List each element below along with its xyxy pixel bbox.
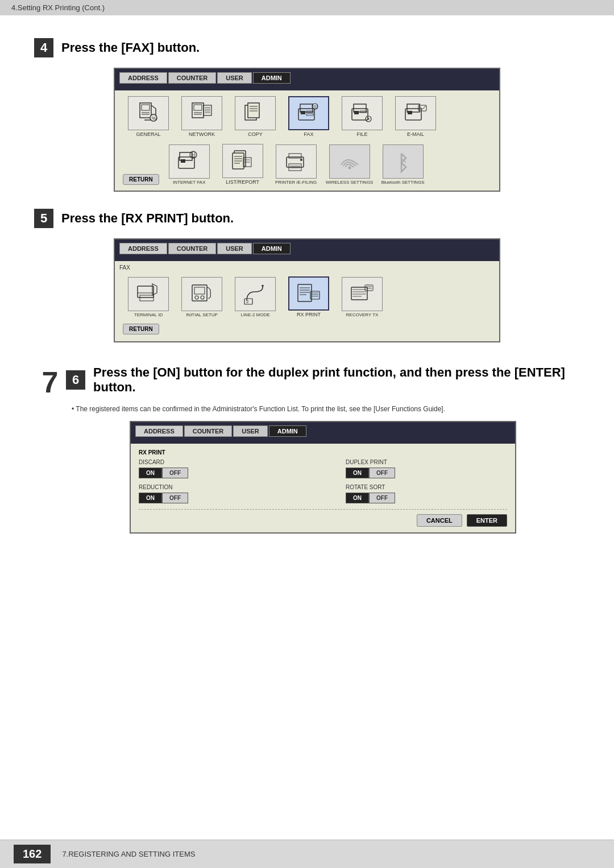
step4-screen: ADDRESS COUNTER USER ADMIN	[114, 68, 500, 192]
svg-rect-1	[142, 105, 150, 110]
duplex-off-button[interactable]: OFF	[369, 468, 395, 478]
svg-point-59	[348, 167, 351, 170]
icon-wireless-label: WIRELESS SETTINGS	[326, 180, 374, 185]
tab-user-5[interactable]: USER	[217, 243, 252, 254]
step6-screen: ADDRESS COUNTER USER ADMIN RX PRINT DISC…	[130, 421, 516, 534]
svg-rect-63	[140, 295, 154, 301]
icon-listrpt[interactable]: LIST/REPORT	[217, 144, 268, 185]
reduction-on-button[interactable]: ON	[139, 493, 162, 503]
icon-printer-label: PRINTER /E-FILING	[275, 180, 317, 185]
step5-screen: ADDRESS COUNTER USER ADMIN FAX	[114, 238, 500, 342]
rx-print-section-title: RX PRINT	[139, 449, 507, 456]
icon-general-label: GENERAL	[136, 131, 160, 137]
discard-group: DISCARD ON OFF	[139, 459, 300, 478]
tab-counter-4[interactable]: COUNTER	[168, 72, 216, 84]
step5-return-row: RETURN	[119, 320, 495, 338]
icon-line2-label: LINE-2 MODE	[240, 312, 269, 317]
step6-body: RX PRINT DISCARD ON OFF DUPLEX PRI	[131, 444, 515, 532]
reduction-off-button[interactable]: OFF	[162, 493, 188, 503]
tab-counter-6[interactable]: COUNTER	[184, 425, 232, 437]
svg-text:2: 2	[246, 299, 249, 304]
svg-point-58	[300, 159, 302, 161]
duplex-btn-group: ON OFF	[346, 468, 507, 478]
icon-terminal-id[interactable]: TERMINAL ID	[123, 277, 174, 317]
footer-text: 7.REGISTERING AND SETTING ITEMS	[62, 850, 195, 858]
return-btn-4[interactable]: RETURN	[123, 173, 159, 185]
cancel-button[interactable]: CANCEL	[417, 514, 462, 527]
return-btn-5[interactable]: RETURN	[123, 324, 159, 334]
icon-network[interactable]: NETWORK	[176, 96, 227, 137]
rotate-sort-group: ROTATE SORT ON OFF	[346, 484, 507, 503]
icon-bluetooth[interactable]: Bluetooth SETTINGS	[377, 144, 429, 185]
icon-initialsetup-label: INITIAL SETUP	[186, 312, 218, 317]
tab-counter-5[interactable]: COUNTER	[168, 243, 216, 254]
rotate-sort-btn-group: ON OFF	[346, 493, 507, 503]
svg-point-67	[201, 296, 204, 299]
tab-address-5[interactable]: ADDRESS	[119, 243, 167, 254]
icon-file[interactable]: FILE	[337, 96, 388, 137]
icon-copy[interactable]: COPY	[230, 96, 281, 137]
svg-rect-10	[204, 105, 211, 115]
tab-admin-5[interactable]: ADMIN	[253, 243, 291, 254]
discard-label: DISCARD	[139, 459, 300, 465]
rotate-sort-on-button[interactable]: ON	[346, 493, 369, 503]
step4-tab-bar: ADDRESS COUNTER USER ADMIN	[115, 69, 499, 90]
icon-bluetooth-label: Bluetooth SETTINGS	[381, 180, 425, 185]
step5-body: FAX TERMINAL ID	[115, 261, 499, 341]
tab-admin-4[interactable]: ADMIN	[253, 72, 291, 84]
icon-terminal-label: TERMINAL ID	[134, 312, 163, 317]
step5-title: Press the [RX PRINT] button.	[61, 211, 234, 226]
icon-recoverytx-label: RECOVERY TX	[346, 312, 379, 317]
svg-rect-85	[365, 285, 373, 291]
icon-initial-setup[interactable]: INITIAL SETUP	[176, 277, 227, 317]
icon-rxprint-label: RX PRINT	[297, 312, 321, 317]
enter-button[interactable]: ENTER	[467, 514, 507, 527]
icon-fax[interactable]: ))) FAX	[283, 96, 334, 137]
top-header-text: 4.Setting RX Printing (Cont.)	[11, 3, 105, 12]
icon-email[interactable]: E-MAIL	[390, 96, 441, 137]
step5-header: 5 Press the [RX PRINT] button.	[34, 209, 580, 228]
step4-title: Press the [FAX] button.	[61, 40, 200, 55]
step6-title: Press the [ON] button for the duplex pri…	[93, 365, 580, 395]
icon-general[interactable]: % GENERAL	[123, 96, 174, 137]
step6-note: The registered items can be confirmed in…	[66, 405, 580, 413]
tab-user-6[interactable]: USER	[233, 425, 268, 437]
icon-rx-print[interactable]: RX PRINT	[283, 276, 334, 317]
reduction-label: REDUCTION	[139, 484, 300, 490]
icon-printer[interactable]: PRINTER /E-FILING	[271, 144, 322, 185]
svg-rect-24	[306, 114, 313, 115]
tab-user-4[interactable]: USER	[217, 72, 252, 84]
step5-tab-bar: ADDRESS COUNTER USER ADMIN	[115, 239, 499, 261]
reduction-group: REDUCTION ON OFF	[139, 484, 300, 503]
step6-outer: 7 6 Press the [ON] button for the duplex…	[34, 359, 580, 551]
tab-admin-6[interactable]: ADMIN	[269, 425, 306, 437]
rotate-sort-off-button[interactable]: OFF	[369, 493, 395, 503]
step6-footer: CANCEL ENTER	[139, 509, 507, 527]
discard-on-button[interactable]: ON	[139, 468, 162, 478]
svg-rect-54	[289, 154, 301, 158]
icon-wireless[interactable]: WIRELESS SETTINGS	[324, 144, 375, 185]
icon-line2-mode[interactable]: 2 LINE-2 MODE	[230, 277, 281, 317]
discard-off-button[interactable]: OFF	[162, 468, 188, 478]
icon-listrpt-label: LIST/REPORT	[226, 179, 259, 185]
step4-number: 4	[34, 38, 53, 57]
settings-row-2: REDUCTION ON OFF ROTATE SORT ON OFF	[139, 484, 507, 503]
step4-icon-row2: RETURN INTERNET FAX	[119, 142, 495, 187]
step5-number: 5	[34, 209, 53, 228]
step6-number: 6	[66, 370, 85, 390]
icon-ifax[interactable]: INTERNET FAX	[164, 144, 215, 185]
step4-icon-row1: % GENERAL	[119, 94, 495, 139]
icon-fax-label: FAX	[304, 131, 313, 137]
duplex-on-button[interactable]: ON	[346, 468, 369, 478]
page-number: 162	[14, 845, 51, 863]
duplex-group: DUPLEX PRINT ON OFF	[346, 459, 507, 478]
discard-btn-group: ON OFF	[139, 468, 300, 478]
settings-row-1: DISCARD ON OFF DUPLEX PRINT ON OFF	[139, 459, 507, 478]
icon-recovery-tx[interactable]: RECOVERY TX	[337, 277, 388, 317]
step6-header: 6 Press the [ON] button for the duplex p…	[66, 365, 580, 395]
svg-text:%: %	[152, 115, 156, 121]
tab-address-4[interactable]: ADDRESS	[119, 72, 167, 84]
fax-section-label: FAX	[119, 264, 495, 271]
tab-address-6[interactable]: ADDRESS	[135, 425, 183, 437]
duplex-label: DUPLEX PRINT	[346, 459, 507, 465]
